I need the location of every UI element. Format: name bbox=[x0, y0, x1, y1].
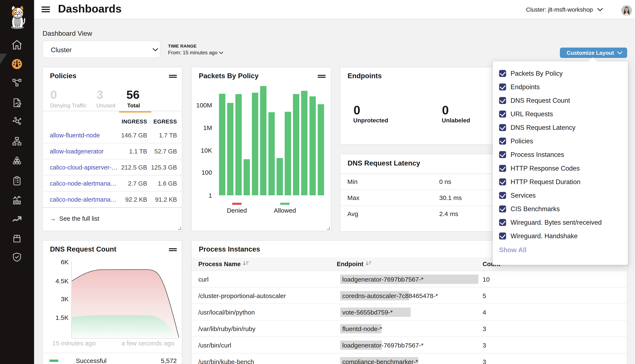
svg-text:1.5K: 1.5K bbox=[56, 314, 69, 321]
svg-text:6K: 6K bbox=[61, 258, 69, 266]
svg-text:100M: 100M bbox=[196, 102, 212, 109]
svg-text:Denied: Denied bbox=[227, 207, 247, 214]
svg-text:100: 100 bbox=[201, 169, 212, 176]
svg-text:a few seconds ago: a few seconds ago bbox=[121, 340, 174, 347]
svg-text:1: 1 bbox=[208, 192, 212, 199]
svg-text:1M: 1M bbox=[203, 124, 212, 131]
svg-text:5,572: 5,572 bbox=[161, 357, 177, 364]
svg-text:15 minutes ago: 15 minutes ago bbox=[52, 340, 96, 347]
svg-text:3K: 3K bbox=[61, 296, 69, 302]
svg-text:Allowed: Allowed bbox=[274, 207, 296, 214]
svg-text:4.5K: 4.5K bbox=[56, 278, 69, 284]
svg-text:Successful: Successful bbox=[76, 357, 106, 364]
svg-text:10K: 10K bbox=[201, 147, 212, 154]
